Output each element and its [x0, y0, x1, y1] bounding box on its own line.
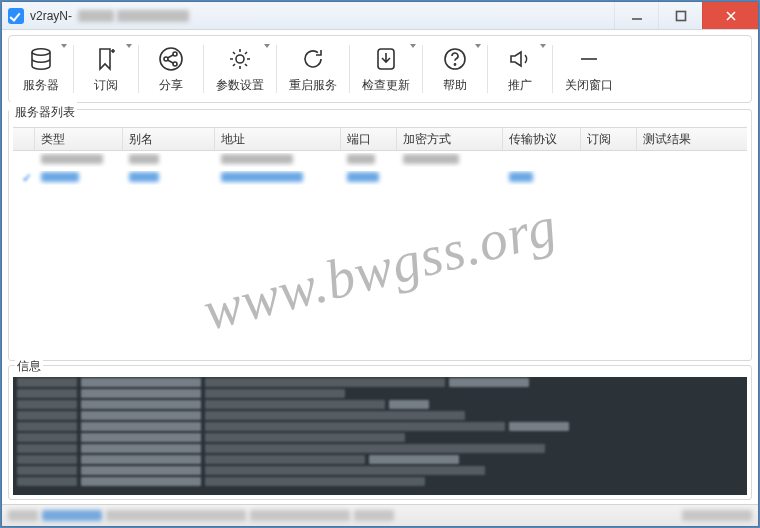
maximize-button[interactable]: [658, 2, 702, 29]
server-table-body[interactable]: ✓ ✓ www.bwgss.org: [13, 151, 747, 360]
chevron-down-icon: [126, 44, 132, 48]
minus-icon: [575, 45, 603, 73]
server-list-caption: 服务器列表: [9, 102, 77, 125]
gear-icon: [226, 45, 254, 73]
app-icon: [8, 8, 24, 24]
watermark: www.bwgss.org: [197, 193, 563, 343]
svg-point-6: [236, 55, 244, 63]
share-icon: [157, 45, 185, 73]
title-app: v2rayN: [30, 9, 68, 23]
speaker-icon: [506, 45, 534, 73]
servers-button[interactable]: 服务器: [9, 36, 73, 102]
main-toolbar: 服务器 订阅 分享 参数设置 重启服务: [8, 35, 752, 103]
col-alias[interactable]: 别名: [123, 128, 215, 150]
close-button[interactable]: 关闭窗口: [553, 36, 625, 102]
update-label: 检查更新: [362, 77, 410, 94]
reload-icon: [299, 45, 327, 73]
server-table-header[interactable]: 类型 别名 地址 端口 加密方式 传输协议 订阅 测试结果: [13, 127, 747, 151]
title-sep: -: [68, 9, 72, 23]
table-row[interactable]: ✓: [13, 151, 747, 169]
restart-label: 重启服务: [289, 77, 337, 94]
titlebar[interactable]: v2rayN -: [2, 2, 758, 30]
subscribe-button[interactable]: 订阅: [74, 36, 138, 102]
server-list-group: 服务器列表 类型 别名 地址 端口 加密方式 传输协议 订阅 测试结果 ✓: [8, 109, 752, 361]
col-sub[interactable]: 订阅: [581, 128, 637, 150]
help-button[interactable]: 帮助: [423, 36, 487, 102]
col-type[interactable]: 类型: [35, 128, 123, 150]
svg-rect-0: [676, 11, 685, 20]
status-bar: [2, 504, 758, 526]
col-address[interactable]: 地址: [215, 128, 341, 150]
database-icon: [27, 45, 55, 73]
subscribe-label: 订阅: [94, 77, 118, 94]
help-icon: [441, 45, 469, 73]
title-redacted: [78, 10, 189, 22]
svg-point-1: [32, 48, 50, 54]
col-transport[interactable]: 传输协议: [503, 128, 581, 150]
bookmark-add-icon: [92, 45, 120, 73]
promote-button[interactable]: 推广: [488, 36, 552, 102]
settings-button[interactable]: 参数设置: [204, 36, 276, 102]
col-test[interactable]: 测试结果: [637, 128, 747, 150]
info-caption: 信息: [15, 358, 43, 375]
settings-label: 参数设置: [216, 77, 264, 94]
log-output[interactable]: [13, 377, 747, 495]
servers-label: 服务器: [23, 77, 59, 94]
col-port[interactable]: 端口: [341, 128, 397, 150]
close-label: 关闭窗口: [565, 77, 613, 94]
chevron-down-icon: [264, 44, 270, 48]
chevron-down-icon: [410, 44, 416, 48]
col-encryption[interactable]: 加密方式: [397, 128, 503, 150]
info-group: 信息: [8, 365, 752, 500]
chevron-down-icon: [475, 44, 481, 48]
share-label: 分享: [159, 77, 183, 94]
svg-point-9: [454, 63, 455, 64]
download-icon: [372, 45, 400, 73]
promote-label: 推广: [508, 77, 532, 94]
chevron-down-icon: [61, 44, 67, 48]
chevron-down-icon: [540, 44, 546, 48]
update-button[interactable]: 检查更新: [350, 36, 422, 102]
close-window-button[interactable]: [702, 2, 758, 29]
window-controls: [614, 2, 758, 29]
help-label: 帮助: [443, 77, 467, 94]
table-row[interactable]: ✓: [13, 169, 747, 187]
app-window: v2rayN - 服务器 订阅: [1, 1, 759, 527]
restart-button[interactable]: 重启服务: [277, 36, 349, 102]
minimize-button[interactable]: [614, 2, 658, 29]
share-button[interactable]: 分享: [139, 36, 203, 102]
